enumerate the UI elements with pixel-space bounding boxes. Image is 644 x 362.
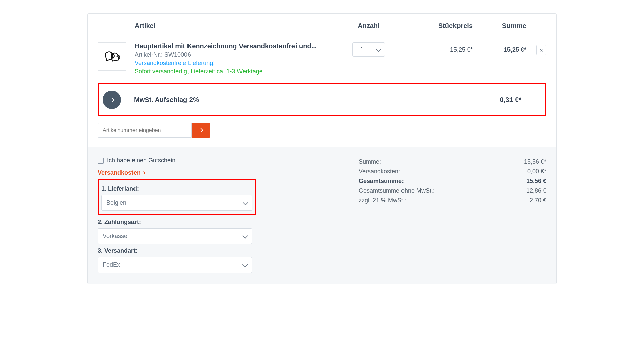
cart-container: Artikel Anzahl Stückpreis Summe — [87, 13, 557, 284]
header-sum: Summe — [473, 22, 526, 30]
chevron-right-icon — [199, 128, 203, 133]
item-title[interactable]: Hauptartikel mit Kennzeichnung Versandko… — [135, 42, 338, 50]
item-sku: Artikel-Nr.: SW10006 — [135, 51, 338, 58]
chevron-right-icon — [142, 171, 146, 175]
availability-text: Sofort versandfertig, Lieferzeit ca. 1-3… — [135, 68, 338, 75]
vat-value: 2,70 € — [530, 197, 546, 204]
product-thumbnail — [98, 42, 126, 71]
header-qty: Anzahl — [338, 22, 399, 30]
net-total-label: Gesamtsumme ohne MwSt.: — [359, 187, 526, 194]
mittens-icon — [103, 47, 121, 66]
voucher-toggle[interactable]: Ich habe einen Gutschein — [98, 157, 345, 164]
voucher-label: Ich habe einen Gutschein — [107, 157, 175, 164]
totals-block: Summe: 15,56 €* Versandkosten: 0,00 €* G… — [359, 157, 546, 273]
grand-total-value: 15,56 € — [526, 178, 546, 185]
cart-header-row: Artikel Anzahl Stückpreis Summe — [98, 22, 546, 35]
shipping-method-value: FedEx — [98, 257, 237, 273]
free-shipping-badge: Versandkostenfreie Lieferung! — [135, 60, 338, 67]
chevron-right-icon — [109, 97, 114, 102]
subtotal-value: 15,56 €* — [524, 158, 546, 165]
shipping-method-label: 3. Versandart: — [98, 247, 256, 254]
vat-surcharge-row-highlight: MwSt. Aufschlag 2% 0,31 €* — [98, 83, 546, 116]
voucher-checkbox[interactable] — [98, 158, 104, 164]
remove-item-button[interactable] — [536, 45, 546, 55]
line-sum: 15,25 €* — [473, 42, 526, 53]
cart-table: Artikel Anzahl Stückpreis Summe — [88, 14, 556, 147]
shipping-total-label: Versandkosten: — [359, 168, 527, 175]
country-label: 1. Lieferland: — [101, 185, 252, 192]
subtotal-label: Summe: — [359, 158, 524, 165]
grand-total-label: Gesamtsumme: — [359, 178, 526, 185]
vat-label: zzgl. 21 % MwSt.: — [359, 197, 530, 204]
surcharge-amount: 0,31 €* — [500, 96, 521, 104]
country-select[interactable]: Belgien — [101, 195, 252, 211]
payment-select[interactable]: Vorkasse — [98, 228, 252, 244]
payment-value: Vorkasse — [98, 229, 237, 244]
cart-item-row: Hauptartikel mit Kennzeichnung Versandko… — [98, 35, 546, 82]
delivery-country-highlight: 1. Lieferland: Belgien — [98, 179, 256, 215]
sku-input[interactable] — [98, 123, 192, 138]
shipping-method-select[interactable]: FedEx — [98, 257, 252, 273]
country-value: Belgien — [102, 195, 237, 210]
payment-label: 2. Zahlungsart: — [98, 219, 256, 226]
header-article: Artikel — [135, 22, 338, 30]
expand-surcharge-button[interactable] — [103, 90, 121, 109]
cart-footer: Ich habe einen Gutschein Versandkosten 1… — [88, 147, 556, 284]
chevron-down-icon[interactable] — [237, 229, 252, 244]
chevron-down-icon[interactable] — [371, 43, 385, 56]
quantity-select[interactable]: 1 — [352, 42, 385, 57]
add-sku-button[interactable] — [192, 123, 210, 138]
chevron-down-icon[interactable] — [237, 257, 252, 273]
add-sku-row — [98, 117, 546, 147]
net-total-value: 12,86 € — [526, 187, 546, 194]
unit-price: 15,25 €* — [399, 42, 473, 53]
surcharge-label: MwSt. Aufschlag 2% — [134, 96, 500, 104]
shipping-costs-link[interactable]: Versandkosten — [98, 169, 345, 176]
header-unit-price: Stückpreis — [399, 22, 473, 30]
chevron-down-icon[interactable] — [237, 195, 252, 210]
quantity-value: 1 — [353, 43, 371, 56]
close-icon — [539, 47, 543, 54]
shipping-total-value: 0,00 €* — [527, 168, 546, 175]
